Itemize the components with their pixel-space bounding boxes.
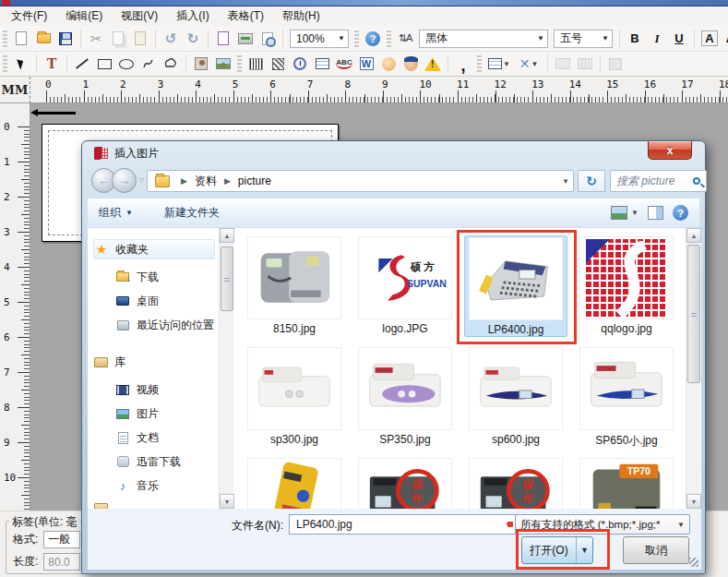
new-folder-button[interactable]: 新建文件夹 [164,205,220,221]
file-item-LP6400.jpg[interactable]: LP6400.jpg [464,235,567,337]
file-item-logo.JPG[interactable]: 硕 方SUPVANlogo.JPG [353,235,457,335]
insert-word-doc-button[interactable]: W [356,54,376,74]
file-item-qqlogo.jpg[interactable]: qqlogo.jpg [575,235,678,335]
file-item-partial-9[interactable]: 保年 [353,457,457,509]
cancel-button[interactable]: 取消 [623,536,689,564]
sidebar-item-0-1[interactable]: 桌面 [115,291,159,311]
file-item-sp600.jpg[interactable]: sp600.jpg [464,346,567,446]
menu-item-3[interactable]: 插入(I) [171,6,221,26]
copy-button[interactable] [108,29,128,48]
toolbar-grip[interactable] [3,30,7,47]
paste-button[interactable] [130,29,150,48]
font-size-combobox[interactable]: 五号▼ [554,30,613,48]
scroll-up-icon[interactable]: ▲ [686,228,701,243]
organize-menu-button[interactable]: 组织▼ [99,205,133,221]
print-button[interactable] [235,29,256,48]
insert-image-button[interactable] [213,54,233,74]
menu-item-5[interactable]: 帮助(H) [277,6,333,26]
ellipse-tool-button[interactable] [116,54,137,74]
file-item-sp300.jpg[interactable]: sp300.jpg [243,346,346,446]
scrollbar-thumb[interactable] [687,245,700,383]
save-button[interactable] [55,29,76,48]
font-family-combobox[interactable]: 黑体▼ [419,30,548,48]
zoom-combobox[interactable]: 100%▼ [290,30,349,48]
polygon-tool-button[interactable] [161,54,181,74]
bold-button[interactable]: B [625,29,645,48]
filename-combobox[interactable]: LP6400.jpg ▼ [289,514,518,535]
open-split-arrow[interactable]: ▼ [576,537,592,563]
menu-item-0[interactable]: 文件(F) [6,6,60,26]
format-dropdown[interactable]: 一般 [43,531,80,548]
underline-button[interactable]: U [669,29,689,48]
chevron-down-icon[interactable]: ▼ [562,177,569,186]
sidebar-item-1-4[interactable]: ♪音乐 [115,475,159,496]
insert-barcode-button[interactable] [245,54,266,74]
file-item-SP350.jpg[interactable]: SP350.jpg [353,346,457,446]
text-tool-button[interactable]: T [42,54,62,74]
rectangle-tool-button[interactable] [94,54,114,74]
toolbar-grip[interactable] [3,55,7,72]
dialog-titlebar[interactable]: 插入图片 [82,141,705,165]
preview-pane-button[interactable] [648,206,663,220]
file-item-partial-8[interactable] [243,457,346,509]
recent-pages-dropdown[interactable]: ▽ [139,177,144,185]
sidebar-item-1-0[interactable]: 视频 [115,379,159,400]
insert-person-button[interactable] [400,54,421,74]
address-breadcrumb[interactable]: ▶ 资料 ▶ picture ▼ [147,170,574,192]
sidebar-item-1-1[interactable]: 图片 [115,403,159,424]
sidebar-item-0-0[interactable]: ↓下载 [115,267,159,287]
table-menu-button[interactable]: ▼ [485,54,513,74]
insert-time-button[interactable] [290,54,310,74]
page-setup-button[interactable] [213,29,233,48]
select-tool-button[interactable] [11,54,31,74]
open-button[interactable]: 打开(O) ▼ [521,536,593,564]
length-input[interactable]: 80.0 [43,553,80,571]
sidebar-group-1[interactable]: 库 [93,352,125,372]
font-frame-button[interactable]: A [699,29,720,48]
insert-warning-button[interactable] [423,54,443,74]
cut-button[interactable]: ✂ [86,29,106,48]
help-button[interactable]: ? [363,29,383,48]
properties-button[interactable] [605,54,626,74]
font-color-button[interactable]: A▼ [722,29,728,48]
sidebar-item-1-2[interactable]: 文档 [115,427,159,448]
forward-button[interactable]: → [112,168,137,193]
file-item-partial-10[interactable]: 保年 [464,457,567,509]
menu-item-2[interactable]: 视图(V) [115,6,171,26]
line-tool-button[interactable] [72,54,92,74]
resize-grip[interactable] [689,558,698,567]
redo-button[interactable]: ↻ [183,29,203,48]
breadcrumb-item-ziliao[interactable]: 资料 [195,174,217,189]
insert-portrait-image-button[interactable] [191,54,211,74]
filelist-scrollbar[interactable]: ▲ ▼ [686,228,700,509]
file-item-SP650小.jpg[interactable]: SP650小.jpg [575,346,678,449]
scroll-down-icon[interactable]: ▼ [686,494,701,509]
new-document-button[interactable] [11,29,31,48]
dialog-help-button[interactable]: ? [673,205,688,221]
insert-qrcode-button[interactable] [268,54,288,74]
sidebar-item-partial[interactable] [93,498,108,509]
insert-wordart-button[interactable]: ABC [334,54,354,74]
italic-button[interactable]: I [647,29,667,48]
menu-item-1[interactable]: 编辑(E) [60,6,115,26]
scrollbar-thumb[interactable] [221,246,233,311]
refresh-button[interactable]: ↻ [578,170,605,192]
insert-symbol-button[interactable]: , [453,54,473,74]
curve-tool-button[interactable] [138,54,159,74]
dialog-close-button[interactable]: x [648,141,692,160]
menu-item-4[interactable]: 表格(T) [222,6,277,26]
print-preview-button[interactable] [257,29,278,48]
sidebar-item-0-2[interactable]: 最近访问的位置 [115,315,214,335]
filetype-combobox[interactable]: 所有支持的格式 (*.bmp;*.jpg;* ▼ [515,514,690,535]
sidebar-group-0[interactable]: ★收藏夹 [93,239,215,259]
text-direction-button[interactable]: ⇅A [395,29,415,48]
insert-face-button[interactable] [378,54,399,74]
change-view-button[interactable]: ▼ [611,206,638,220]
merge-cells-button[interactable] [553,54,573,74]
sidebar-scrollbar[interactable]: ▲ ▼ [219,228,233,509]
scroll-down-icon[interactable]: ▼ [220,494,234,509]
split-cells-button[interactable] [575,54,595,74]
file-item-8150.jpg[interactable]: 8150.jpg [243,235,346,335]
delete-menu-button[interactable]: ✕▼ [515,54,543,74]
sidebar-item-1-3[interactable]: 迅雷下载 [115,451,181,472]
